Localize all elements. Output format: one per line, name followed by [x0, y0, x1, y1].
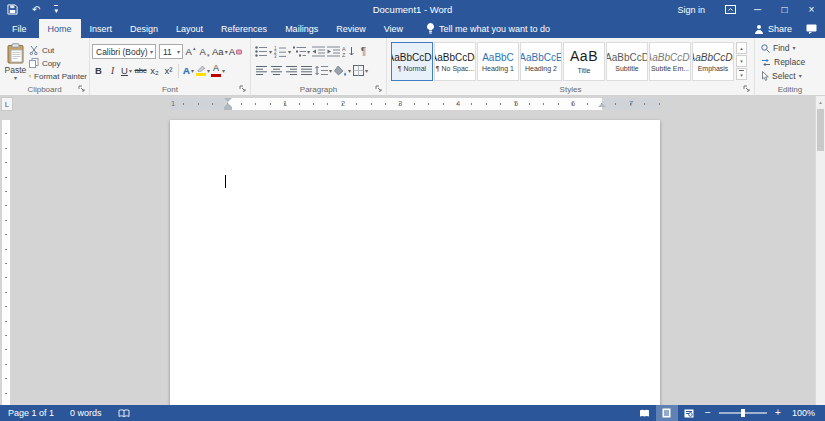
right-indent-marker[interactable] [598, 103, 606, 107]
style-subtle-emphasis[interactable]: AaBbCcDc Subtle Em... [649, 42, 691, 81]
numbering-icon: 123 [274, 46, 287, 58]
strikethrough-button[interactable]: abc [134, 63, 147, 79]
share-button[interactable]: Share [745, 19, 801, 38]
font-color-button[interactable]: A ▾ [211, 63, 225, 79]
decrease-indent-button[interactable] [312, 44, 325, 60]
tab-stop-selector[interactable]: L [1, 97, 13, 111]
tab-view[interactable]: View [375, 19, 412, 38]
maximize-icon: □ [781, 4, 787, 15]
align-center-icon [271, 66, 282, 75]
show-hide-formatting-button[interactable]: ¶ [357, 44, 370, 60]
styles-gallery-more-button[interactable]: ▾ [736, 68, 747, 80]
zoom-slider-thumb[interactable] [741, 409, 745, 417]
close-button[interactable]: × [798, 0, 825, 19]
justify-button[interactable] [300, 63, 313, 79]
tab-file[interactable]: File [0, 19, 39, 38]
read-mode-button[interactable] [634, 405, 656, 421]
arrow-up-icon: ▴ [193, 46, 196, 51]
bullets-button[interactable]: ▾ [255, 44, 272, 60]
sort-button[interactable]: AZ [342, 44, 355, 60]
style-heading-2[interactable]: AaBbCcE Heading 2 [520, 42, 562, 81]
paste-button[interactable]: Paste▾ [2, 42, 29, 82]
page-number-indicator[interactable]: Page 1 of 1 [0, 405, 62, 421]
left-indent-marker[interactable] [224, 107, 232, 110]
word-count-indicator[interactable]: 0 words [62, 405, 110, 421]
format-painter-button[interactable]: Format Painter [29, 70, 87, 82]
document-page[interactable] [170, 120, 660, 405]
align-center-button[interactable] [270, 63, 283, 79]
ruler-number: 5 [514, 98, 518, 110]
tell-me-box[interactable]: Tell me what you want to do [418, 19, 558, 38]
font-size-combo[interactable]: 11 ▾ [159, 44, 183, 59]
zoom-level-indicator[interactable]: 100% [786, 408, 825, 418]
tab-mailings[interactable]: Mailings [276, 19, 327, 38]
vertical-scrollbar[interactable]: ▴ [815, 96, 825, 405]
zoom-out-button[interactable]: − [700, 405, 716, 421]
numbering-button[interactable]: 123 ▾ [274, 44, 291, 60]
text-effects-button[interactable]: A▾ [182, 63, 195, 79]
tab-review[interactable]: Review [327, 19, 375, 38]
shrink-font-button[interactable]: A▾ [198, 44, 211, 60]
tab-design[interactable]: Design [121, 19, 167, 38]
style-normal[interactable]: AaBbCcDc ¶ Normal [391, 42, 433, 81]
customize-quick-access-button[interactable]: ▾ [47, 0, 65, 19]
shading-button[interactable]: ▾ [334, 63, 351, 79]
vertical-ruler[interactable] [2, 120, 10, 405]
sign-in-button[interactable]: Sign in [665, 5, 717, 15]
underline-button[interactable]: U▾ [120, 63, 133, 79]
tab-layout[interactable]: Layout [167, 19, 212, 38]
zoom-slider[interactable] [719, 412, 767, 414]
copy-button[interactable]: Copy [29, 57, 87, 69]
web-layout-button[interactable] [678, 405, 700, 421]
grow-font-button[interactable]: A▴ [184, 44, 197, 60]
scrollbar-thumb[interactable] [817, 109, 824, 151]
superscript-button[interactable]: x² [162, 63, 175, 79]
find-button[interactable]: Find ▾ [761, 42, 823, 54]
multilevel-list-button[interactable]: ▾ [293, 44, 310, 60]
arrow-up-icon: ▴ [819, 99, 822, 105]
print-layout-button[interactable] [656, 405, 678, 421]
increase-indent-button[interactable] [327, 44, 340, 60]
tab-references[interactable]: References [212, 19, 276, 38]
italic-button[interactable]: I [106, 63, 119, 79]
ribbon-display-options-button[interactable] [717, 0, 744, 19]
arrow-down-icon: ▾ [207, 53, 210, 58]
ruler-number: 1 [171, 98, 175, 110]
style-label: ¶ Normal [398, 65, 426, 72]
style-preview: AaBbCcD [606, 52, 648, 63]
align-left-icon [256, 66, 267, 75]
font-name-combo[interactable]: Calibri (Body) ▾ [92, 44, 156, 59]
borders-button[interactable]: ▾ [353, 63, 368, 79]
text-highlight-color-button[interactable]: ▾ [196, 63, 210, 79]
style-subtitle[interactable]: AaBbCcD Subtitle [606, 42, 648, 81]
minimize-button[interactable]: ─ [744, 0, 771, 19]
scroll-up-button[interactable]: ▴ [816, 96, 825, 107]
style-no-spacing[interactable]: AaBbCcDc ¶ No Spac... [434, 42, 476, 81]
horizontal-ruler[interactable]: 1 1 2 3 4 5 6 7 [170, 98, 660, 110]
style-title[interactable]: AaB Title [563, 42, 605, 81]
select-button[interactable]: Select ▾ [761, 70, 823, 82]
align-right-button[interactable] [285, 63, 298, 79]
save-button[interactable] [0, 0, 25, 19]
tab-home[interactable]: Home [39, 19, 81, 38]
clipboard-small-buttons: Cut Copy Format Painter [29, 42, 87, 82]
clear-formatting-button[interactable]: A [229, 44, 242, 60]
feedback-button[interactable] [801, 19, 825, 38]
subscript-button[interactable]: x₂ [148, 63, 161, 79]
style-emphasis[interactable]: AaBbCcDc Emphasis [692, 42, 734, 81]
line-spacing-button[interactable]: ▾ [315, 63, 332, 79]
proofing-status-button[interactable] [110, 405, 138, 421]
zoom-in-button[interactable]: + [770, 405, 786, 421]
maximize-button[interactable]: □ [771, 0, 798, 19]
styles-scroll-down-button[interactable]: ▾ [736, 55, 747, 67]
tab-insert[interactable]: Insert [81, 19, 122, 38]
first-line-indent-marker[interactable] [224, 98, 232, 102]
style-heading-1[interactable]: AaBbC Heading 1 [477, 42, 519, 81]
cut-button[interactable]: Cut [29, 44, 87, 56]
replace-button[interactable]: Replace [761, 56, 823, 68]
styles-scroll-up-button[interactable]: ▴ [736, 42, 747, 54]
align-left-button[interactable] [255, 63, 268, 79]
change-case-button[interactable]: Aa▾ [212, 44, 228, 60]
undo-button[interactable]: ↶ [25, 0, 47, 19]
bold-button[interactable]: B [92, 63, 105, 79]
